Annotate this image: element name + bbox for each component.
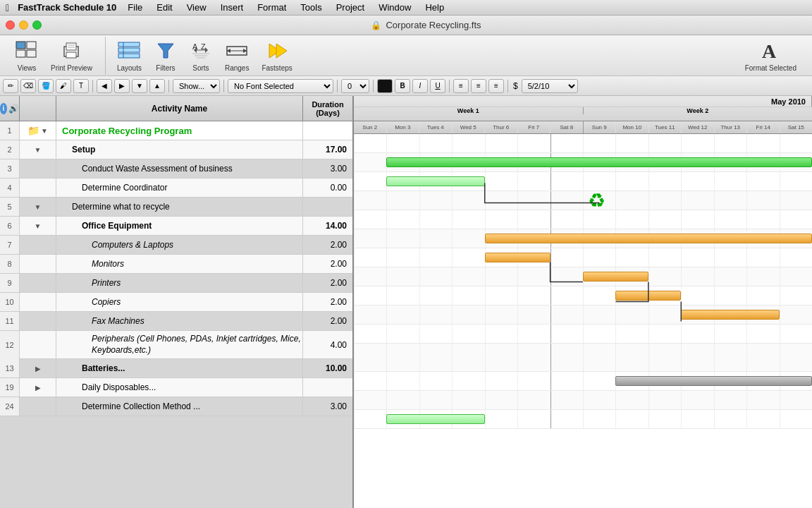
fmt-brush[interactable]: 🖌 bbox=[56, 79, 71, 93]
th-activity-name: Activity Name bbox=[56, 96, 303, 121]
svg-rect-10 bbox=[118, 48, 140, 52]
gantt-header: May 2010 Week 1 Week 2 bbox=[354, 96, 812, 121]
fmt-nav-down[interactable]: ▼ bbox=[132, 79, 147, 93]
row-duration: 2.00 bbox=[303, 293, 352, 311]
font-size[interactable]: 0 bbox=[341, 79, 369, 93]
fmt-sep-6 bbox=[449, 80, 450, 92]
collapse-arrow[interactable]: ▼ bbox=[35, 146, 42, 154]
fmt-align-left[interactable]: ≡ bbox=[453, 79, 469, 93]
row-num: 7 bbox=[0, 236, 20, 254]
expand-arrow[interactable]: ▶ bbox=[35, 365, 41, 373]
th-row-num: i 🔊 bbox=[0, 96, 20, 121]
table-row: 4 Determine Coordinator 0.00 bbox=[0, 179, 352, 198]
titlebar: 🔒 Corporate Recycling.fts bbox=[0, 16, 812, 35]
gantt-bar[interactable] bbox=[386, 176, 484, 186]
fmt-nav-back[interactable]: ◀ bbox=[97, 79, 112, 93]
fmt-eraser[interactable]: ⌫ bbox=[20, 79, 36, 93]
row-icons bbox=[20, 397, 56, 416]
day-mon3: Mon 3 bbox=[387, 121, 420, 133]
layouts-button[interactable]: Layouts bbox=[111, 37, 147, 75]
sorts-button[interactable]: A Z Sorts bbox=[184, 37, 218, 75]
fmt-paint[interactable]: 🪣 bbox=[38, 79, 54, 93]
gantt-row bbox=[354, 134, 812, 153]
collapse-arrow[interactable]: ▼ bbox=[41, 127, 48, 135]
gantt-bar[interactable] bbox=[485, 234, 812, 243]
expand-arrow[interactable]: ▶ bbox=[35, 384, 41, 392]
fmt-pencil[interactable]: ✏ bbox=[3, 79, 18, 93]
print-preview-label: Print Preview bbox=[51, 64, 92, 72]
faststeps-button[interactable]: Faststeps bbox=[256, 37, 297, 75]
menu-file[interactable]: File bbox=[122, 1, 148, 14]
svg-rect-5 bbox=[66, 43, 76, 50]
date-field[interactable]: 5/2/10 bbox=[522, 79, 578, 93]
gantt-bar[interactable] bbox=[615, 376, 812, 386]
collapse-arrow[interactable]: ▼ bbox=[35, 222, 42, 230]
fmt-align-right[interactable]: ≡ bbox=[488, 79, 504, 93]
row-duration: 3.00 bbox=[303, 159, 352, 178]
row-name: Office Equipment bbox=[56, 217, 303, 235]
row-num: 4 bbox=[0, 179, 20, 197]
toolbar-group-main: Layouts Filters A Z bbox=[105, 37, 301, 75]
menu-format[interactable]: Format bbox=[252, 1, 292, 14]
collapse-arrow[interactable]: ▼ bbox=[35, 203, 42, 211]
fmt-sep-3 bbox=[223, 80, 224, 92]
filters-button[interactable]: Filters bbox=[149, 37, 183, 75]
menu-help[interactable]: Help bbox=[419, 1, 450, 14]
gantt-bar[interactable] bbox=[386, 414, 484, 424]
ranges-button[interactable]: Ranges bbox=[219, 37, 254, 75]
toolbar-group-format: A Format Selected bbox=[737, 37, 805, 75]
gantt-bar[interactable] bbox=[615, 291, 681, 301]
fmt-align-center[interactable]: ≡ bbox=[471, 79, 486, 93]
fmt-underline[interactable]: U bbox=[430, 79, 445, 93]
row-name: Batteries... bbox=[56, 359, 303, 377]
fmt-bold[interactable]: B bbox=[395, 79, 410, 93]
gantt-day-header: Sun 2 Mon 3 Tues 4 Wed 5 Thur 6 Fri 7 Sa… bbox=[354, 121, 812, 134]
row-icons bbox=[20, 159, 56, 178]
menu-app-name: FastTrack Schedule 10 bbox=[18, 2, 116, 13]
fmt-sep-5 bbox=[373, 80, 374, 92]
gantt-bar[interactable] bbox=[583, 272, 648, 282]
fmt-italic[interactable]: I bbox=[412, 79, 428, 93]
table-row: 7 Computers & Laptops 2.00 bbox=[0, 236, 352, 255]
format-toolbar: ✏ ⌫ 🪣 🖌 T ◀ ▶ ▼ ▲ Show... No Font Select… bbox=[0, 76, 812, 96]
window-title: 🔒 Corporate Recycling.fts bbox=[46, 20, 806, 30]
format-selected-button[interactable]: A Format Selected bbox=[739, 37, 802, 75]
print-preview-icon bbox=[60, 40, 82, 62]
fmt-text[interactable]: T bbox=[73, 79, 89, 93]
views-button[interactable]: Views bbox=[10, 37, 44, 75]
fmt-nav-up[interactable]: ▲ bbox=[149, 79, 165, 93]
row-duration: 10.00 bbox=[303, 359, 352, 377]
menu-insert[interactable]: Insert bbox=[215, 1, 250, 14]
font-selector[interactable]: No Font Selected bbox=[228, 79, 333, 93]
menu-edit[interactable]: Edit bbox=[151, 1, 178, 14]
gantt-bar[interactable] bbox=[681, 310, 779, 320]
traffic-light-red[interactable] bbox=[6, 20, 15, 30]
menu-tools[interactable]: Tools bbox=[295, 1, 327, 14]
gantt-bar[interactable] bbox=[386, 157, 812, 167]
row-icons: ▼ bbox=[20, 140, 56, 159]
print-preview-button[interactable]: Print Preview bbox=[45, 37, 98, 75]
day-tues4: Tues 4 bbox=[419, 121, 453, 133]
show-dropdown[interactable]: Show... bbox=[173, 79, 220, 93]
traffic-light-yellow[interactable] bbox=[19, 20, 28, 30]
row-name: Printers bbox=[56, 274, 303, 292]
table-row: 12 Peripherals (Cell Phones, PDAs, Inkje… bbox=[0, 331, 352, 359]
day-wed5: Wed 5 bbox=[453, 121, 486, 133]
menu-view[interactable]: View bbox=[181, 1, 212, 14]
fmt-color-swatch[interactable] bbox=[377, 79, 393, 93]
menu-window[interactable]: Window bbox=[373, 1, 417, 14]
fmt-dollar: $ bbox=[512, 81, 519, 91]
format-selected-label: Format Selected bbox=[745, 64, 796, 72]
gantt-week1-label: Week 1 bbox=[354, 107, 584, 114]
table-row: 24 Determine Collection Method ... 3.00 bbox=[0, 397, 352, 416]
row-icons bbox=[20, 236, 56, 254]
ranges-label: Ranges bbox=[225, 64, 249, 72]
fmt-nav-fwd[interactable]: ▶ bbox=[114, 79, 130, 93]
traffic-light-green[interactable] bbox=[32, 20, 42, 30]
row-duration bbox=[303, 378, 352, 397]
row-icons bbox=[20, 255, 56, 273]
gantt-bar[interactable] bbox=[485, 253, 550, 262]
gantt-row bbox=[354, 344, 812, 372]
menu-project[interactable]: Project bbox=[331, 1, 370, 14]
row-duration: 2.00 bbox=[303, 255, 352, 273]
